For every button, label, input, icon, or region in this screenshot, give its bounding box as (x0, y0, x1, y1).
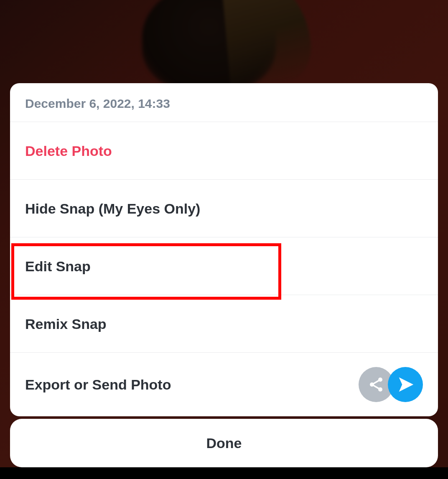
menu-item-label: Delete Photo (25, 143, 112, 159)
menu-item-label: Edit Snap (25, 258, 91, 275)
bottom-strip (0, 467, 448, 479)
menu-item-label: Remix Snap (25, 316, 107, 332)
export-icons (359, 367, 423, 402)
done-label: Done (206, 435, 242, 451)
hide-snap-button[interactable]: Hide Snap (My Eyes Only) (10, 180, 438, 237)
edit-snap-button[interactable]: Edit Snap (10, 237, 438, 295)
done-button[interactable]: Done (10, 419, 438, 467)
action-sheet: December 6, 2022, 14:33 Delete Photo Hid… (10, 83, 438, 416)
menu-item-label: Export or Send Photo (25, 377, 171, 393)
send-icon[interactable] (388, 367, 423, 402)
svg-line-4 (374, 386, 378, 389)
timestamp-label: December 6, 2022, 14:33 (10, 83, 438, 122)
menu-item-label: Hide Snap (My Eyes Only) (25, 201, 200, 217)
svg-line-3 (374, 381, 378, 384)
export-send-photo-button[interactable]: Export or Send Photo (10, 353, 438, 416)
remix-snap-button[interactable]: Remix Snap (10, 295, 438, 352)
delete-photo-button[interactable]: Delete Photo (10, 122, 438, 179)
